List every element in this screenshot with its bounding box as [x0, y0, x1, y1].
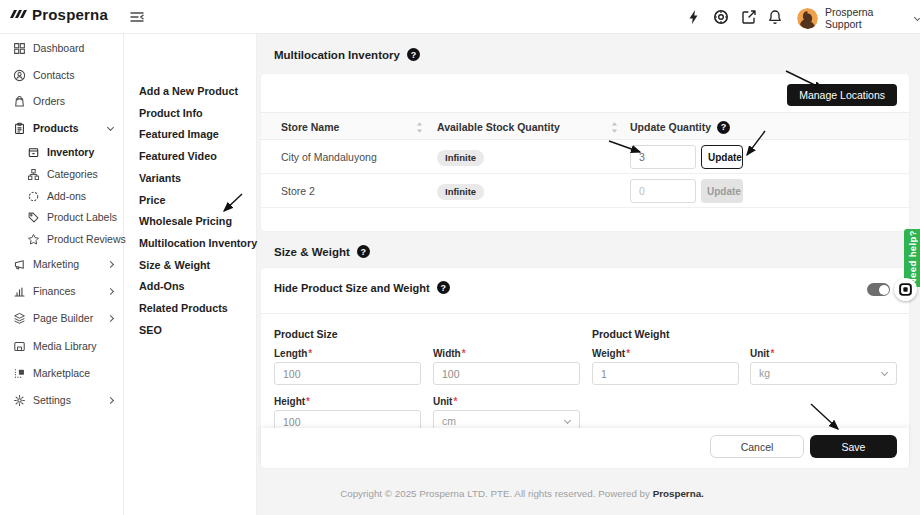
- length-label: Length*: [274, 348, 312, 359]
- product-size-heading: Product Size: [274, 328, 338, 340]
- sidebar-item-orders[interactable]: Orders: [0, 91, 124, 111]
- chevron-right-icon: [107, 260, 114, 267]
- sidebar-item-dashboard[interactable]: Dashboard: [0, 38, 124, 58]
- sort-icon[interactable]: [611, 113, 618, 141]
- quantity-input[interactable]: [630, 145, 696, 169]
- sidebar-item-finances[interactable]: Finances: [0, 281, 124, 301]
- sidebar-item-page-builder[interactable]: Page Builder: [0, 308, 124, 328]
- collapse-sidebar-icon[interactable]: [129, 9, 145, 25]
- weight-unit-select[interactable]: kg: [750, 362, 897, 385]
- chevron-right-icon: [107, 314, 114, 321]
- products-icon: [13, 122, 26, 135]
- product-weight-heading: Product Weight: [592, 328, 669, 340]
- dashboard-icon: [13, 42, 26, 55]
- width-label: Width*: [433, 348, 466, 359]
- chat-widget-button[interactable]: [894, 278, 917, 301]
- form-action-bar: Cancel Save: [261, 428, 909, 466]
- marketplace-icon: [13, 367, 26, 380]
- sidebar-item-product-reviews[interactable]: Product Reviews: [0, 229, 124, 249]
- product-nav-wholesale-pricing[interactable]: Wholesale Pricing: [124, 212, 257, 230]
- quick-actions-bolt-icon[interactable]: [686, 9, 702, 25]
- quantity-input[interactable]: [630, 179, 696, 203]
- product-nav-featured-video[interactable]: Featured Video: [124, 147, 257, 165]
- app-window: Prosperna: [0, 0, 920, 515]
- stock-badge: Infinite: [437, 184, 484, 200]
- notifications-bell-icon[interactable]: [767, 9, 783, 25]
- chevron-down-icon: [564, 417, 571, 424]
- product-nav-seo[interactable]: SEO: [124, 321, 257, 339]
- product-section-nav: Add a New Product Product Info Featured …: [124, 34, 257, 515]
- sidebar-item-product-labels[interactable]: Product Labels: [0, 207, 124, 227]
- multilocation-section-title: Multilocation Inventory ?: [274, 48, 420, 61]
- size-weight-section-title: Size & Weight ?: [274, 245, 370, 258]
- weight-field[interactable]: [592, 362, 739, 385]
- hide-size-weight-toggle[interactable]: [867, 283, 890, 296]
- width-field[interactable]: [433, 362, 580, 385]
- chevron-down-icon: [881, 369, 888, 376]
- manage-locations-button[interactable]: Manage Locations: [787, 84, 897, 106]
- bar-chart-icon: [13, 285, 26, 298]
- update-button-disabled[interactable]: Update: [701, 179, 743, 203]
- sidebar-item-products[interactable]: Products: [0, 118, 124, 138]
- star-icon: [27, 233, 40, 246]
- product-nav-related-products[interactable]: Related Products: [124, 299, 257, 317]
- sidebar-item-inventory[interactable]: Inventory: [0, 142, 124, 162]
- tag-icon: [27, 211, 40, 224]
- categories-icon: [27, 168, 40, 181]
- save-button[interactable]: Save: [810, 435, 897, 458]
- product-nav-product-info[interactable]: Product Info: [124, 104, 257, 122]
- toggle-knob: [879, 285, 889, 295]
- table-row: City of Mandaluyong Infinite Update: [261, 140, 909, 174]
- sidebar-item-categories[interactable]: Categories: [0, 164, 124, 184]
- brand-logo[interactable]: Prosperna: [9, 6, 108, 23]
- sidebar-item-settings[interactable]: Settings: [0, 390, 124, 410]
- hide-size-weight-row: Hide Product Size and Weight ?: [274, 281, 450, 294]
- product-nav-add-ons[interactable]: Add-Ons: [124, 277, 257, 295]
- chevron-right-icon: [107, 396, 114, 403]
- height-label: Height*: [274, 396, 310, 407]
- footer-brand-link[interactable]: Prosperna.: [653, 488, 704, 499]
- sidebar-item-add-ons[interactable]: Add-ons: [0, 186, 124, 206]
- add-ons-icon: [27, 190, 40, 203]
- table-row: Store 2 Infinite Update: [261, 174, 909, 208]
- gear-icon: [13, 394, 26, 407]
- external-link-icon[interactable]: [741, 9, 757, 25]
- chevron-down-icon: [107, 123, 114, 130]
- help-icon[interactable]: ?: [357, 245, 370, 258]
- chat-widget-icon: [899, 283, 912, 296]
- support-target-icon[interactable]: [713, 9, 729, 25]
- product-nav-variants[interactable]: Variants: [124, 169, 257, 187]
- help-icon[interactable]: ?: [717, 121, 730, 134]
- product-nav-price[interactable]: Price: [124, 191, 257, 209]
- sidebar-item-marketplace[interactable]: Marketplace: [0, 363, 124, 383]
- column-store-name: Store Name: [281, 113, 339, 141]
- sort-icon[interactable]: [416, 113, 423, 141]
- brand-name: Prosperna: [32, 6, 108, 23]
- store-name-cell: City of Mandaluyong: [281, 140, 377, 174]
- cancel-button[interactable]: Cancel: [710, 435, 804, 458]
- top-header: Prosperna: [0, 0, 920, 34]
- help-icon[interactable]: ?: [437, 281, 450, 294]
- update-button[interactable]: Update: [701, 145, 743, 169]
- product-nav-featured-image[interactable]: Featured Image: [124, 125, 257, 143]
- product-nav-multilocation-inventory[interactable]: Multilocation Inventory: [124, 234, 257, 252]
- chevron-down-icon: [914, 14, 920, 21]
- column-update-quantity: Update Quantity ?: [630, 113, 730, 141]
- product-nav-size-weight[interactable]: Size & Weight: [124, 256, 257, 274]
- column-available-stock: Available Stock Quantity: [437, 113, 560, 141]
- media-library-icon: [13, 340, 26, 353]
- divider: [261, 313, 909, 314]
- stock-badge: Infinite: [437, 150, 484, 166]
- product-nav-add-new-product[interactable]: Add a New Product: [124, 82, 257, 100]
- avatar: [797, 8, 818, 29]
- sidebar-item-marketing[interactable]: Marketing: [0, 254, 124, 274]
- store-name-cell: Store 2: [281, 174, 315, 208]
- user-menu-label: Prosperna Support: [825, 6, 908, 30]
- user-menu[interactable]: Prosperna Support: [797, 6, 920, 30]
- help-icon[interactable]: ?: [407, 48, 420, 61]
- orders-icon: [13, 95, 26, 108]
- sidebar-item-contacts[interactable]: Contacts: [0, 65, 124, 85]
- weight-unit-label: Unit*: [750, 348, 774, 359]
- length-field[interactable]: [274, 362, 421, 385]
- sidebar-item-media-library[interactable]: Media Library: [0, 336, 124, 356]
